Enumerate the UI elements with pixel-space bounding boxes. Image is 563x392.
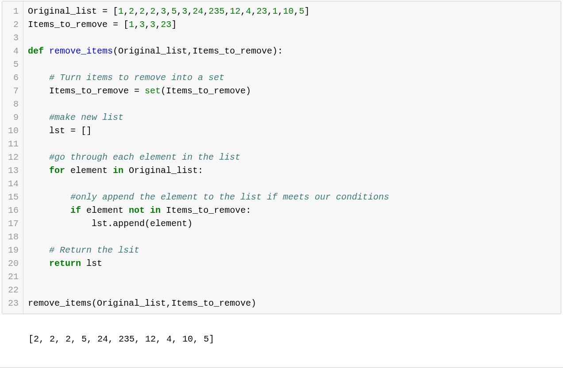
code-token[interactable]: in xyxy=(113,165,123,176)
code-token[interactable]: , xyxy=(187,6,193,16)
code-line[interactable] xyxy=(28,98,556,111)
code-token[interactable]: , xyxy=(293,6,299,16)
code-token[interactable]: , xyxy=(155,6,161,16)
code-line[interactable]: return lst xyxy=(28,257,556,270)
code-token[interactable]: lst = [] xyxy=(28,126,92,136)
code-token[interactable]: remove_items xyxy=(49,46,113,56)
code-line[interactable] xyxy=(28,58,556,71)
code-token[interactable] xyxy=(145,205,150,215)
code-token[interactable]: 10 xyxy=(283,6,293,16)
code-token[interactable]: not xyxy=(129,205,145,215)
code-token[interactable]: if xyxy=(70,205,81,215)
code-line[interactable] xyxy=(28,284,556,297)
code-token[interactable] xyxy=(28,73,49,83)
code-token[interactable]: 1 xyxy=(272,6,278,16)
code-token[interactable]: Items_to_remove = [ xyxy=(28,19,129,30)
code-token[interactable]: 5 xyxy=(299,6,304,16)
code-token[interactable]: , xyxy=(203,6,208,16)
code-line[interactable]: #make new list xyxy=(28,111,556,124)
code-token[interactable]: 4 xyxy=(246,6,251,16)
code-token[interactable]: , xyxy=(134,19,139,30)
code-line[interactable]: Items_to_remove = [1,3,3,23] xyxy=(28,18,556,31)
code-input-cell: 1234567891011121314151617181920212223 Or… xyxy=(2,1,561,314)
code-token[interactable]: , xyxy=(267,6,272,16)
code-token[interactable]: , xyxy=(177,6,182,16)
code-token[interactable]: lst.append(element) xyxy=(28,219,193,229)
code-line[interactable] xyxy=(28,231,556,244)
code-token[interactable]: 2 xyxy=(139,6,145,16)
code-token[interactable]: , xyxy=(251,6,256,16)
code-token[interactable]: Original_list: xyxy=(123,165,203,176)
code-line[interactable]: lst.append(element) xyxy=(28,217,556,231)
code-token[interactable] xyxy=(44,46,49,56)
code-line[interactable] xyxy=(28,31,556,45)
code-line[interactable]: # Return the lsit xyxy=(28,244,556,257)
code-line[interactable]: Items_to_remove = set(Items_to_remove) xyxy=(28,85,556,98)
code-token[interactable]: 3 xyxy=(161,6,166,16)
code-line[interactable] xyxy=(28,177,556,191)
code-line[interactable]: #go through each element in the list xyxy=(28,151,556,164)
code-line[interactable]: for element in Original_list: xyxy=(28,164,556,177)
code-token[interactable]: remove_items(Original_list,Items_to_remo… xyxy=(28,298,256,308)
code-line[interactable] xyxy=(28,138,556,151)
code-token[interactable]: 2 xyxy=(150,6,155,16)
code-token[interactable] xyxy=(28,192,70,202)
code-token[interactable] xyxy=(28,112,49,123)
code-token[interactable] xyxy=(28,205,70,215)
code-token[interactable]: ] xyxy=(305,6,310,16)
code-token[interactable]: Items_to_remove = xyxy=(28,86,145,96)
code-token[interactable] xyxy=(28,245,49,255)
code-token[interactable]: element xyxy=(81,205,129,215)
code-token[interactable]: , xyxy=(134,6,139,16)
code-token[interactable]: in xyxy=(150,205,161,215)
code-token[interactable]: 2 xyxy=(129,6,134,16)
code-token[interactable]: 3 xyxy=(150,19,155,30)
code-token[interactable]: , xyxy=(278,6,283,16)
code-token[interactable] xyxy=(28,152,49,162)
code-token[interactable]: #go through each element in the list xyxy=(49,152,240,162)
code-editor[interactable]: Original_list = [1,2,2,2,3,5,3,24,235,12… xyxy=(23,1,561,314)
code-token[interactable]: 1 xyxy=(129,19,134,30)
code-token[interactable]: return xyxy=(49,258,81,269)
code-token[interactable]: (Items_to_remove) xyxy=(161,86,251,96)
code-token[interactable]: , xyxy=(145,6,150,16)
code-token[interactable]: for xyxy=(49,165,65,176)
code-line[interactable]: if element not in Items_to_remove: xyxy=(28,204,556,217)
code-token[interactable]: , xyxy=(123,6,129,16)
code-token[interactable]: Items_to_remove: xyxy=(161,205,251,215)
code-token[interactable]: 1 xyxy=(118,6,123,16)
code-token[interactable]: #make new list xyxy=(49,112,123,123)
code-line[interactable]: def remove_items(Original_list,Items_to_… xyxy=(28,45,556,58)
code-line[interactable]: # Turn items to remove into a set xyxy=(28,71,556,85)
code-token[interactable]: , xyxy=(145,19,150,30)
code-token[interactable]: 5 xyxy=(171,6,177,16)
code-token[interactable]: # Turn items to remove into a set xyxy=(49,73,224,83)
code-token[interactable]: 24 xyxy=(193,6,203,16)
code-token[interactable]: , xyxy=(155,19,161,30)
code-token[interactable] xyxy=(28,258,49,269)
code-token[interactable]: 235 xyxy=(208,6,224,16)
code-line[interactable] xyxy=(28,270,556,284)
code-token[interactable]: def xyxy=(28,46,44,56)
code-line[interactable]: Original_list = [1,2,2,2,3,5,3,24,235,12… xyxy=(28,5,556,18)
code-token[interactable]: (Original_list,Items_to_remove): xyxy=(113,46,283,56)
code-token[interactable]: ] xyxy=(171,19,177,30)
code-token[interactable]: set xyxy=(145,86,161,96)
code-token[interactable]: element xyxy=(65,165,113,176)
code-token[interactable]: , xyxy=(224,6,230,16)
code-token[interactable]: , xyxy=(240,6,246,16)
code-token[interactable]: lst xyxy=(81,258,102,269)
code-token[interactable]: 23 xyxy=(256,6,267,16)
code-token[interactable]: 3 xyxy=(139,19,145,30)
code-token[interactable]: 3 xyxy=(182,6,187,16)
code-token[interactable]: #only append the element to the list if … xyxy=(70,192,389,202)
code-line[interactable]: #only append the element to the list if … xyxy=(28,191,556,204)
code-token[interactable]: 23 xyxy=(161,19,171,30)
code-line[interactable]: remove_items(Original_list,Items_to_remo… xyxy=(28,297,556,310)
code-token[interactable]: 12 xyxy=(230,6,240,16)
code-token[interactable]: # Return the lsit xyxy=(49,245,139,255)
code-token[interactable]: , xyxy=(166,6,171,16)
code-line[interactable]: lst = [] xyxy=(28,124,556,138)
code-token[interactable] xyxy=(28,165,49,176)
code-token[interactable]: Original_list = [ xyxy=(28,6,118,16)
